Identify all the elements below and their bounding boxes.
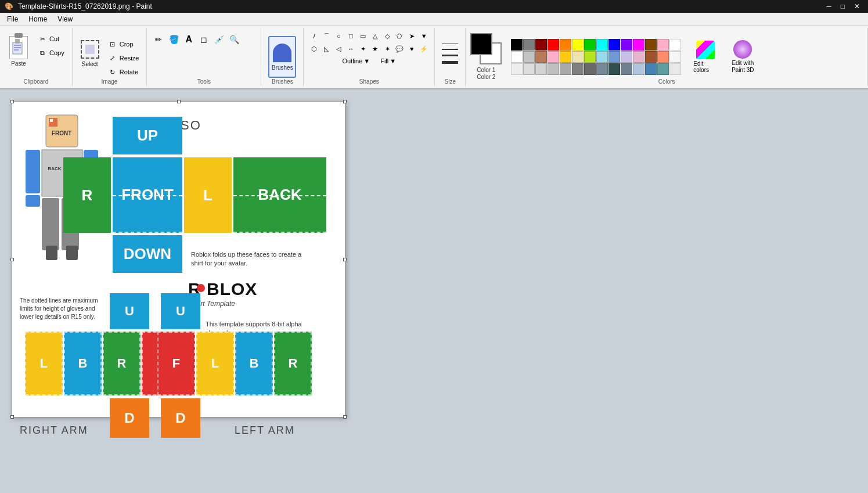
swatch-rose[interactable] (633, 51, 644, 63)
rotate-button[interactable]: ↻ Rotate (105, 66, 142, 78)
shape-arrow-both[interactable]: ↔ (345, 43, 356, 55)
swatch-pink[interactable] (657, 39, 669, 51)
swatch-slategray[interactable] (596, 63, 608, 75)
svg-text:BLOX: BLOX (207, 279, 257, 298)
swatch-cornblue[interactable] (608, 51, 620, 63)
select-icon (81, 40, 99, 59)
eraser-tool[interactable]: ◻ (197, 33, 211, 46)
swatch-green[interactable] (584, 39, 596, 51)
shape-heart[interactable]: ♥ (406, 43, 417, 55)
handle-mid-left[interactable] (10, 258, 14, 261)
swatch-gray1[interactable] (511, 63, 523, 75)
paint3d-button[interactable]: Edit with Paint 3D (727, 37, 758, 77)
shape-hexagon[interactable]: ⬡ (308, 43, 320, 55)
swatch-slate[interactable] (621, 63, 632, 75)
swatch-lightpink[interactable] (548, 51, 559, 63)
swatch-skyblue[interactable] (596, 51, 608, 63)
shape-arrow-left[interactable]: ◁ (333, 43, 344, 55)
swatch-lightblue[interactable] (633, 63, 644, 75)
swatch-cyan[interactable] (596, 39, 608, 51)
shape-callout[interactable]: 💬 (394, 43, 405, 55)
swatch-gray4[interactable] (548, 63, 559, 75)
paste-button[interactable]: Paste (5, 30, 33, 72)
select-button[interactable]: Select (77, 37, 103, 77)
close-btn[interactable]: ✕ (851, 2, 863, 10)
swatch-gray[interactable] (523, 39, 535, 51)
shape-rounded-rect[interactable]: ▭ (357, 30, 369, 42)
swatch-salmon[interactable] (657, 51, 669, 63)
swatch-gray7[interactable] (584, 63, 596, 75)
swatch-gray5[interactable] (560, 63, 571, 75)
shape-rect[interactable]: □ (345, 30, 356, 42)
magnifier-tool[interactable]: 🔍 (227, 33, 241, 46)
resize-button[interactable]: ⤢ Resize (105, 52, 142, 64)
handle-top-left[interactable] (10, 100, 14, 103)
shape-pentagon[interactable]: ⬠ (394, 30, 405, 42)
swatch-cadet[interactable] (657, 63, 669, 75)
menu-home[interactable]: Home (24, 14, 52, 24)
swatch-brown[interactable] (645, 39, 657, 51)
swatch-darkred[interactable] (535, 39, 547, 51)
handle-bottom-left[interactable] (10, 415, 14, 419)
arm-cell-R: R (103, 332, 141, 395)
swatch-gray3[interactable] (535, 63, 547, 75)
shape-curve[interactable]: ⌒ (320, 30, 332, 42)
shape-line[interactable]: / (308, 30, 320, 42)
shape-arrow-right[interactable]: ➤ (406, 30, 417, 42)
swatch-darkslate[interactable] (608, 63, 620, 75)
shape-lightning[interactable]: ⚡ (418, 43, 430, 55)
swatch-white[interactable] (669, 39, 681, 51)
minimize-btn[interactable]: ─ (823, 2, 835, 10)
swatch-lightgray[interactable] (523, 51, 535, 63)
shape-star6[interactable]: ✶ (381, 43, 393, 55)
swatch-black[interactable] (511, 39, 523, 51)
handle-mid-right[interactable] (343, 258, 347, 261)
handle-top-center[interactable] (177, 100, 181, 103)
swatch-gray2[interactable] (523, 63, 535, 75)
copy-button[interactable]: ⧉ Copy (35, 46, 67, 59)
swatch-nearwhite[interactable] (669, 63, 681, 75)
handle-top-right[interactable] (343, 100, 347, 103)
edit-colors-button[interactable]: Edit colors (690, 38, 721, 76)
swatch-steelblue[interactable] (645, 63, 657, 75)
cut-button[interactable]: ✂ Cut (35, 33, 67, 45)
swatch-cream[interactable] (572, 51, 584, 63)
menu-view[interactable]: View (53, 14, 77, 24)
swatch-tan[interactable] (535, 51, 547, 63)
shape-more[interactable]: ▼ (418, 30, 430, 42)
shape-right-triangle[interactable]: ◺ (320, 43, 332, 55)
brushes-button[interactable]: Brushes (268, 36, 296, 78)
swatch-gray6[interactable] (572, 63, 584, 75)
size-selector[interactable] (440, 33, 460, 74)
handle-bottom-right[interactable] (343, 415, 347, 419)
shape-star4[interactable]: ✦ (357, 43, 369, 55)
swatch-blue[interactable] (608, 39, 620, 51)
swatch-gold[interactable] (560, 51, 571, 63)
shape-oval[interactable]: ○ (333, 30, 344, 42)
text-tool[interactable]: A (182, 33, 196, 46)
swatch-yellow[interactable] (572, 39, 584, 51)
swatch-white2[interactable] (511, 51, 523, 63)
swatch-orange[interactable] (560, 39, 571, 51)
paint-canvas[interactable]: TORSO FRONT (12, 101, 345, 418)
outline-dropdown[interactable]: Outline ▼ (339, 56, 373, 66)
shape-star5[interactable]: ★ (369, 43, 381, 55)
swatch-violet[interactable] (621, 39, 632, 51)
fill-dropdown[interactable]: Fill ▼ (377, 56, 399, 66)
fill-tool[interactable]: 🪣 (167, 33, 181, 46)
swatch-magenta[interactable] (633, 39, 644, 51)
color1-swatch[interactable] (470, 33, 492, 55)
color-picker-tool[interactable]: 💉 (212, 33, 226, 46)
maximize-btn[interactable]: □ (837, 2, 848, 10)
crop-button[interactable]: ⊡ Crop (105, 38, 142, 51)
shape-triangle[interactable]: △ (369, 30, 381, 42)
box-left-u: U (161, 293, 200, 329)
swatch-red[interactable] (548, 39, 559, 51)
swatch-lavender[interactable] (621, 51, 632, 63)
shape-diamond[interactable]: ◇ (381, 30, 393, 42)
swatch-sienna[interactable] (645, 51, 657, 63)
swatch-lime[interactable] (584, 51, 596, 63)
pencil-tool[interactable]: ✏ (152, 33, 165, 46)
swatch-offwhite[interactable] (669, 51, 681, 63)
menu-file[interactable]: File (2, 14, 23, 24)
